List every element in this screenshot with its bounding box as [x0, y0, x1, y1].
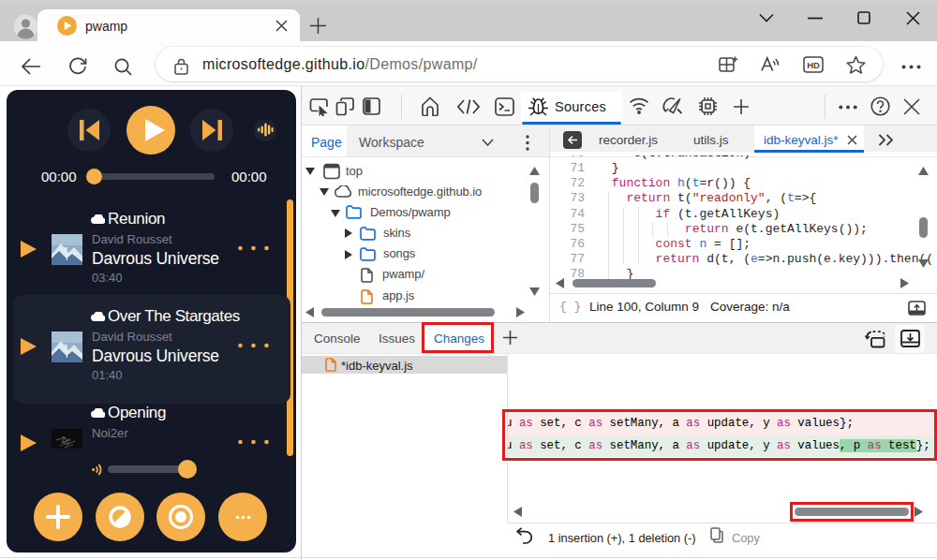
- svg-text:HD: HD: [807, 60, 820, 70]
